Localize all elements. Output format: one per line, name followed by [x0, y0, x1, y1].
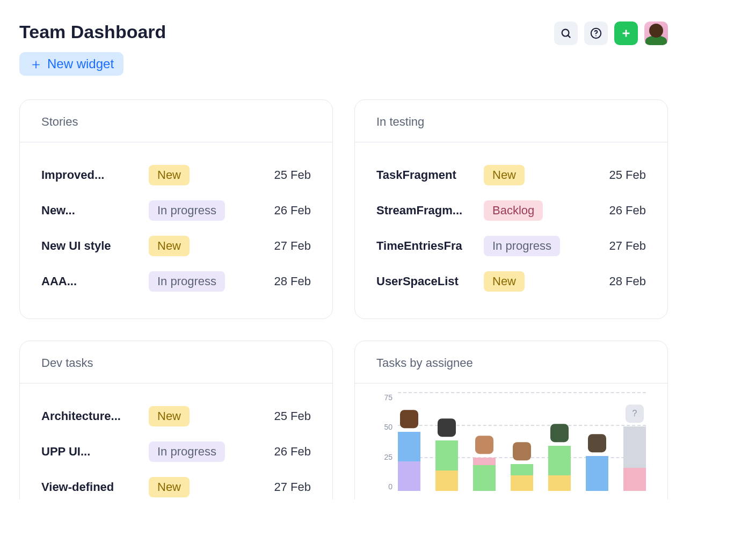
task-title: StreamFragm... — [376, 204, 477, 218]
svg-line-1 — [568, 35, 570, 38]
task-row[interactable]: AAA...In progress28 Feb — [41, 264, 311, 299]
bar-segment — [473, 465, 496, 491]
task-date: 27 Feb — [252, 239, 311, 253]
bar[interactable] — [473, 458, 496, 491]
task-date: 28 Feb — [587, 274, 646, 288]
status-badge: Backlog — [484, 200, 543, 221]
bar[interactable] — [435, 440, 458, 491]
bar-segment — [511, 464, 533, 476]
task-date: 25 Feb — [587, 168, 646, 182]
bar[interactable] — [511, 464, 533, 491]
svg-point-3 — [595, 35, 597, 37]
card-title: Dev tasks — [20, 341, 332, 383]
assignee-avatar — [438, 419, 456, 437]
svg-point-0 — [562, 30, 569, 37]
dev-tasks-card: Dev tasks Architecture...New25 FebUPP UI… — [19, 341, 333, 500]
status-badge: In progress — [149, 200, 225, 221]
stories-card: Stories Improved...New25 FebNew...In pro… — [19, 99, 333, 319]
y-tick: 0 — [376, 482, 392, 491]
help-icon — [590, 27, 602, 39]
bar-segment — [548, 475, 571, 491]
bar[interactable] — [548, 446, 571, 491]
assignee-avatar — [588, 434, 606, 452]
bar-segment — [398, 432, 420, 461]
bar-segment — [511, 475, 533, 491]
bar-segment — [623, 426, 646, 468]
status-badge: New — [149, 236, 190, 256]
task-row[interactable]: Improved...New25 Feb — [41, 157, 311, 193]
bar-segment — [398, 461, 420, 491]
task-title: UPP UI... — [41, 445, 142, 459]
task-date: 25 Feb — [252, 409, 311, 423]
user-avatar[interactable] — [644, 21, 668, 45]
help-button[interactable] — [584, 21, 608, 45]
plus-icon — [620, 27, 632, 39]
card-title: Tasks by assignee — [355, 341, 667, 383]
unassigned-icon: ? — [626, 404, 644, 423]
task-title: Architecture... — [41, 409, 142, 423]
tasks-by-assignee-card: Tasks by assignee 7550250 ? — [354, 341, 668, 500]
task-date: 25 Feb — [252, 168, 311, 182]
y-tick: 25 — [376, 453, 392, 461]
task-row[interactable]: TimeEntriesFraIn progress27 Feb — [376, 228, 646, 264]
bar-segment — [586, 456, 608, 491]
task-row[interactable]: UPP UI...In progress26 Feb — [41, 434, 311, 469]
card-title: In testing — [355, 100, 667, 142]
status-badge: New — [149, 165, 190, 185]
task-title: AAA... — [41, 274, 142, 288]
task-date: 27 Feb — [587, 239, 646, 253]
task-row[interactable]: View-definedNew27 Feb — [41, 469, 311, 500]
status-badge: New — [484, 271, 525, 292]
task-date: 27 Feb — [252, 480, 311, 494]
assignee-avatar — [475, 436, 493, 454]
plus-icon: ＋ — [29, 57, 43, 71]
bar-segment — [435, 440, 458, 470]
assignee-avatar — [513, 442, 531, 460]
new-widget-button[interactable]: ＋ New widget — [19, 52, 123, 76]
page-title: Team Dashboard — [19, 21, 166, 42]
y-tick: 75 — [376, 393, 392, 402]
search-button[interactable] — [554, 21, 578, 45]
y-tick: 50 — [376, 423, 392, 431]
bar-segment — [435, 471, 458, 491]
bar[interactable]: ? — [623, 426, 646, 491]
status-badge: New — [484, 165, 525, 185]
task-row[interactable]: TaskFragmentNew25 Feb — [376, 157, 646, 193]
status-badge: In progress — [484, 236, 560, 256]
task-row[interactable]: StreamFragm...Backlog26 Feb — [376, 193, 646, 228]
chart-area: 7550250 ? — [355, 383, 667, 491]
status-badge: In progress — [149, 271, 225, 292]
assignee-avatar — [400, 410, 418, 428]
task-title: TimeEntriesFra — [376, 239, 477, 253]
bar-segment — [623, 468, 646, 491]
bar[interactable] — [586, 456, 608, 491]
status-badge: In progress — [149, 442, 225, 462]
create-button[interactable] — [614, 21, 638, 45]
status-badge: New — [149, 406, 190, 426]
status-badge: New — [149, 477, 190, 497]
task-row[interactable]: UserSpaceListNew28 Feb — [376, 264, 646, 299]
bar-segment — [473, 458, 496, 465]
in-testing-card: In testing TaskFragmentNew25 FebStreamFr… — [354, 99, 668, 319]
task-date: 28 Feb — [252, 274, 311, 288]
task-date: 26 Feb — [252, 204, 311, 218]
assignee-avatar — [550, 424, 569, 442]
task-title: View-defined — [41, 480, 142, 494]
task-title: TaskFragment — [376, 168, 477, 182]
card-title: Stories — [20, 100, 332, 142]
new-widget-label: New widget — [47, 56, 114, 71]
task-title: New UI style — [41, 239, 142, 253]
task-title: UserSpaceList — [376, 274, 477, 288]
task-date: 26 Feb — [587, 204, 646, 218]
bar-segment — [548, 446, 571, 475]
task-title: Improved... — [41, 168, 142, 182]
bar[interactable] — [398, 432, 420, 491]
search-icon — [560, 27, 572, 39]
task-row[interactable]: New...In progress26 Feb — [41, 193, 311, 228]
task-title: New... — [41, 204, 142, 218]
task-row[interactable]: Architecture...New25 Feb — [41, 399, 311, 434]
task-row[interactable]: New UI styleNew27 Feb — [41, 228, 311, 264]
task-date: 26 Feb — [252, 445, 311, 459]
